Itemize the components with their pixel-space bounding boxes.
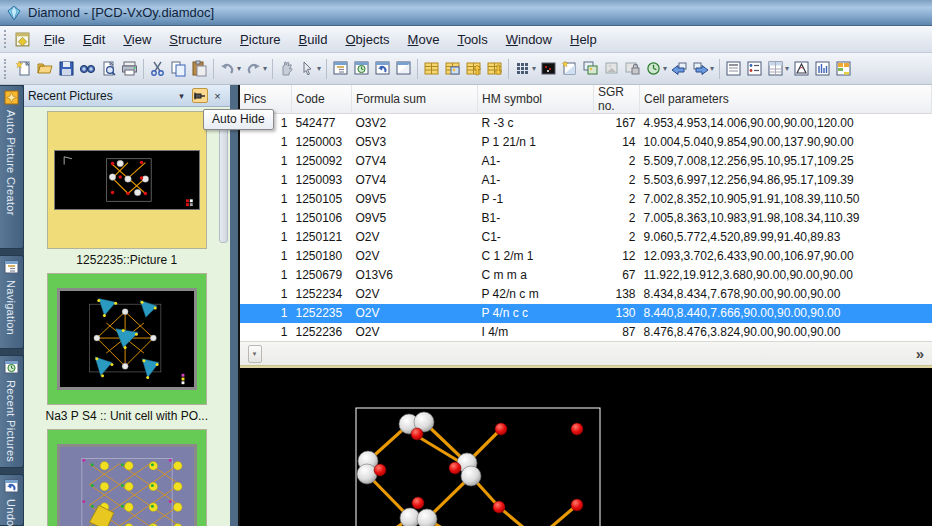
- table-row[interactable]: 11252235O2VP 4/n c c1308.440,8.440,7.666…: [240, 304, 932, 323]
- thumbnail-card-1[interactable]: [47, 111, 207, 249]
- viewtable-icon[interactable]: ▾: [765, 58, 791, 79]
- copypic-icon[interactable]: [580, 58, 601, 79]
- autopic-icon[interactable]: ▾: [643, 58, 669, 79]
- table-cell: O2V: [352, 247, 478, 266]
- document-icon[interactable]: [14, 31, 31, 48]
- column-header-sgr-no-[interactable]: SGR no.: [594, 85, 640, 114]
- table-row[interactable]: 11250093O7V4A1-25.503,6.997,12.256,94.86…: [240, 171, 932, 190]
- dock-tab-recent-pictures[interactable]: Recent Pictures: [0, 355, 24, 468]
- lockpic-icon[interactable]: [622, 58, 643, 79]
- table-cell: 167: [594, 114, 640, 133]
- preview-icon[interactable]: [98, 58, 119, 79]
- dropdown-arrow-icon[interactable]: ▾: [317, 64, 321, 73]
- pointer-icon[interactable]: ▾: [297, 58, 323, 79]
- viewcolor-icon[interactable]: [833, 58, 854, 79]
- viewangle-icon[interactable]: [791, 58, 812, 79]
- thumbnail-card-2[interactable]: [47, 273, 207, 405]
- table-cell: A1-: [478, 171, 594, 190]
- back-icon[interactable]: [669, 58, 690, 79]
- scrollbar-thumb[interactable]: [219, 123, 228, 243]
- auto-hide-pin-button[interactable]: [192, 88, 208, 103]
- menu-objects[interactable]: Objects: [336, 29, 398, 50]
- menu-file[interactable]: File: [35, 29, 74, 50]
- column-header-formula-sum[interactable]: Formula sum: [352, 85, 478, 114]
- table-row[interactable]: 11250121O2VC1-29.060,5.772,4.520,89.99,9…: [240, 228, 932, 247]
- menu-view[interactable]: View: [114, 29, 160, 50]
- pane-history-icon[interactable]: [351, 58, 372, 79]
- menu-picture[interactable]: Picture: [231, 29, 289, 50]
- menubar-grip[interactable]: [4, 30, 9, 48]
- pastepic-icon[interactable]: [601, 58, 622, 79]
- dropdown-arrow-icon[interactable]: ▾: [532, 64, 536, 73]
- tbl-import-icon[interactable]: [463, 58, 484, 79]
- viewbar-dropdown-button[interactable]: ▾: [248, 345, 262, 363]
- menu-help[interactable]: Help: [561, 29, 606, 50]
- save-icon[interactable]: [56, 58, 77, 79]
- find-icon[interactable]: [77, 58, 98, 79]
- column-header-cell-parameters[interactable]: Cell parameters: [640, 85, 932, 114]
- cut-icon[interactable]: [147, 58, 168, 79]
- viewhisto-icon[interactable]: [812, 58, 833, 79]
- dropdown-arrow-icon[interactable]: ▾: [710, 64, 714, 73]
- table-cell: 4.953,4.953,14.006,90.00,90.00,120.00: [640, 114, 932, 133]
- redo-icon[interactable]: ▾: [243, 58, 269, 79]
- thumbnail-card-3[interactable]: [47, 429, 207, 526]
- dropdown-arrow-icon[interactable]: ▾: [785, 64, 789, 73]
- new-icon[interactable]: [14, 58, 35, 79]
- viewlist-icon[interactable]: [723, 58, 744, 79]
- dock-tab-undo-buffer[interactable]: Undo Buffer: [0, 474, 24, 526]
- column-header-hm-symbol[interactable]: HM symbol: [478, 85, 594, 114]
- panel-scrollbar[interactable]: ▲: [218, 109, 229, 526]
- table-row[interactable]: 11252236O2VI 4/m878.476,8.476,3.824,90.0…: [240, 323, 932, 342]
- toolbar-overflow-chevron[interactable]: »: [916, 345, 924, 362]
- menu-move[interactable]: Move: [399, 29, 449, 50]
- table-row[interactable]: 1542477O3V2R -3 c1674.953,4.953,14.006,9…: [240, 114, 932, 133]
- open-icon[interactable]: [35, 58, 56, 79]
- fwd-icon[interactable]: ▾: [690, 58, 716, 79]
- dropdown-arrow-icon[interactable]: ▾: [263, 64, 267, 73]
- table-row[interactable]: 11250180O2VC 1 2/m 11212.093,3.702,6.433…: [240, 247, 932, 266]
- dropdown-arrow-icon[interactable]: ▾: [237, 64, 241, 73]
- structures-table-wrap: PicsCodeFormula sumHM symbolSGR no.Cell …: [240, 85, 932, 335]
- pane-undo-icon[interactable]: [372, 58, 393, 79]
- toolbar-grip[interactable]: [4, 59, 9, 79]
- pane-blank-icon[interactable]: [393, 58, 414, 79]
- table-row[interactable]: 11250092O7V4A1-25.509,7.008,12.256,95.10…: [240, 152, 932, 171]
- tbl-new-icon[interactable]: [421, 58, 442, 79]
- tbl-pics-icon[interactable]: [442, 58, 463, 79]
- menu-edit[interactable]: Edit: [74, 29, 114, 50]
- table-row[interactable]: 11252234O2VP 42/n c m1388.434,8.434,7.67…: [240, 285, 932, 304]
- table-row[interactable]: 11250105O9V5P -127.002,8.352,10.905,91.9…: [240, 190, 932, 209]
- render-icon[interactable]: [538, 58, 559, 79]
- dock-splitter[interactable]: [230, 85, 238, 526]
- tbl-export-icon[interactable]: [484, 58, 505, 79]
- gridview-icon[interactable]: ▾: [512, 58, 538, 79]
- print-icon[interactable]: [119, 58, 140, 79]
- table-cell: O13V6: [352, 266, 478, 285]
- menu-window[interactable]: Window: [497, 29, 561, 50]
- main-toolbar: ▾▾▾▾▾▾▾: [0, 53, 932, 85]
- toolbar-separator: [417, 59, 418, 79]
- table-row[interactable]: 11250003O5V3P 1 21/n 11410.004,5.040,9.8…: [240, 133, 932, 152]
- panel-menu-arrow-icon[interactable]: ▾: [174, 88, 190, 103]
- undo-icon[interactable]: ▾: [217, 58, 243, 79]
- menu-structure[interactable]: Structure: [160, 29, 231, 50]
- viewprops-icon[interactable]: [744, 58, 765, 79]
- pane-nav-icon[interactable]: [330, 58, 351, 79]
- dock-tab-auto-picture-creator[interactable]: Auto Picture Creator: [0, 85, 24, 249]
- table-row[interactable]: 11250106O9V5B1-27.005,8.363,10.983,91.98…: [240, 209, 932, 228]
- copy-icon[interactable]: [168, 58, 189, 79]
- table-cell: 1: [240, 152, 292, 171]
- panel-close-button[interactable]: ×: [210, 88, 226, 103]
- dock-tab-navigation[interactable]: Navigation: [0, 255, 24, 349]
- toolbar-separator: [213, 59, 214, 79]
- paste-icon[interactable]: [189, 58, 210, 79]
- column-header-code[interactable]: Code: [292, 85, 352, 114]
- table-row[interactable]: 11250679O13V6C m m a6711.922,19.912,3.68…: [240, 266, 932, 285]
- menu-build[interactable]: Build: [290, 29, 337, 50]
- newpic-icon[interactable]: [559, 58, 580, 79]
- menu-tools[interactable]: Tools: [448, 29, 496, 50]
- dropdown-arrow-icon[interactable]: ▾: [663, 64, 667, 73]
- hand-icon[interactable]: [276, 58, 297, 79]
- structure-viewport[interactable]: [240, 368, 932, 526]
